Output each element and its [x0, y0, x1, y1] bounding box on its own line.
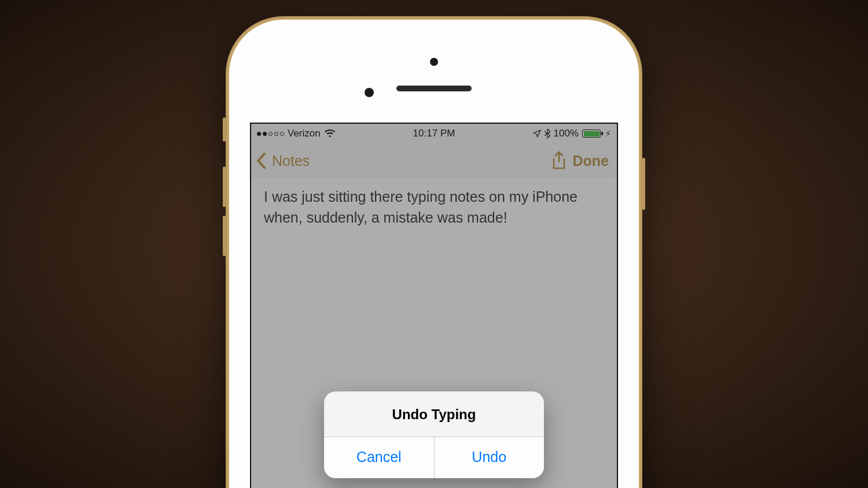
earpiece-speaker: [396, 86, 472, 91]
undo-alert: Undo Typing Cancel Undo: [324, 391, 544, 478]
power-button: [642, 158, 645, 210]
screen: Verizon 10:17 PM 100% ⚡︎: [250, 123, 618, 488]
phone-frame: Verizon 10:17 PM 100% ⚡︎: [226, 16, 642, 488]
proximity-sensor: [365, 88, 374, 97]
cancel-button[interactable]: Cancel: [324, 437, 434, 478]
volume-up-button: [223, 167, 226, 207]
front-camera: [430, 58, 438, 66]
volume-down-button: [223, 216, 226, 256]
phone-bezel: Verizon 10:17 PM 100% ⚡︎: [229, 20, 639, 488]
alert-buttons: Cancel Undo: [324, 437, 544, 478]
modal-overlay: Undo Typing Cancel Undo: [251, 124, 617, 488]
alert-title: Undo Typing: [324, 391, 544, 437]
undo-button[interactable]: Undo: [434, 437, 545, 478]
mute-switch: [223, 117, 226, 142]
